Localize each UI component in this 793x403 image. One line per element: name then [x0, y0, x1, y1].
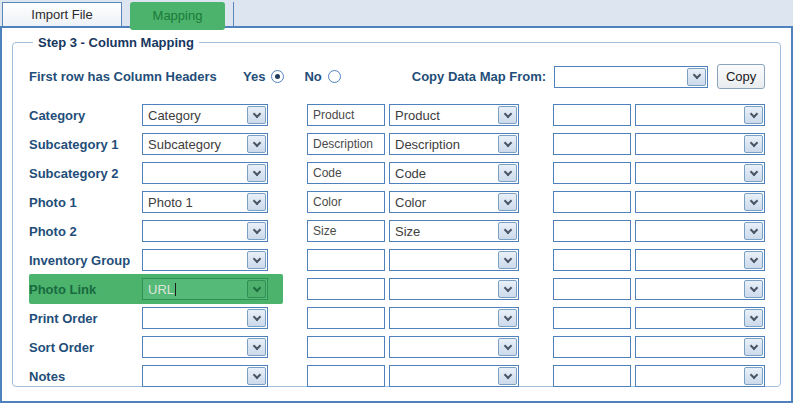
- radio-no[interactable]: [328, 70, 341, 83]
- file-column-value-1: Color: [308, 192, 384, 212]
- chevron-down-icon[interactable]: [744, 106, 763, 124]
- target-field-select-3[interactable]: [635, 249, 765, 271]
- file-column-box-2[interactable]: [553, 220, 631, 242]
- tab-import-file[interactable]: Import File: [2, 2, 122, 26]
- file-column-box-2[interactable]: [553, 249, 631, 271]
- mapping-row: Subcategory 2 Code Code: [29, 162, 780, 184]
- target-field-select-2[interactable]: [389, 249, 519, 271]
- target-field-select-3[interactable]: [635, 336, 765, 358]
- target-field-select-3[interactable]: [635, 307, 765, 329]
- chevron-down-icon[interactable]: [498, 367, 517, 385]
- tab-mapping[interactable]: Mapping: [130, 2, 225, 30]
- step3-fieldset: Step 3 - Column Mapping First row has Co…: [12, 35, 781, 387]
- target-field-select-2[interactable]: Product: [389, 104, 519, 126]
- target-field-select-1[interactable]: [142, 307, 268, 329]
- chevron-down-icon[interactable]: [498, 193, 517, 211]
- chevron-down-icon[interactable]: [247, 106, 266, 124]
- target-field-select-1[interactable]: [142, 249, 268, 271]
- file-column-box-1[interactable]: [307, 365, 385, 387]
- chevron-down-icon[interactable]: [498, 135, 517, 153]
- chevron-down-icon[interactable]: [247, 280, 266, 298]
- file-column-box-2[interactable]: [553, 336, 631, 358]
- target-field-value-2: Code: [390, 166, 498, 181]
- radio-yes[interactable]: [271, 70, 284, 83]
- chevron-down-icon[interactable]: [247, 338, 266, 356]
- target-field-value-2: Description: [390, 137, 498, 152]
- chevron-down-icon[interactable]: [247, 164, 266, 182]
- file-column-box-2[interactable]: [553, 191, 631, 213]
- target-field-select-1[interactable]: Photo 1: [142, 191, 268, 213]
- target-field-select-2[interactable]: Color: [389, 191, 519, 213]
- file-column-box-1[interactable]: [307, 278, 385, 300]
- mapping-row: Sort Order: [29, 336, 780, 358]
- target-field-select-2[interactable]: Size: [389, 220, 519, 242]
- chevron-down-icon[interactable]: [744, 222, 763, 240]
- file-column-box-2[interactable]: [553, 307, 631, 329]
- chevron-down-icon[interactable]: [247, 135, 266, 153]
- target-field-select-2[interactable]: Description: [389, 133, 519, 155]
- target-field-select-1[interactable]: [142, 162, 268, 184]
- chevron-down-icon[interactable]: [744, 280, 763, 298]
- target-field-select-1[interactable]: [142, 220, 268, 242]
- file-column-box-2[interactable]: [553, 162, 631, 184]
- chevron-down-icon[interactable]: [247, 193, 266, 211]
- chevron-down-icon[interactable]: [744, 367, 763, 385]
- file-column-box-1[interactable]: Size: [307, 220, 385, 242]
- target-field-select-2[interactable]: [389, 336, 519, 358]
- chevron-down-icon[interactable]: [498, 309, 517, 327]
- chevron-down-icon[interactable]: [498, 164, 517, 182]
- target-field-select-3[interactable]: [635, 278, 765, 300]
- target-field-select-1[interactable]: Subcategory: [142, 133, 268, 155]
- chevron-down-icon[interactable]: [687, 68, 706, 86]
- chevron-down-icon[interactable]: [498, 106, 517, 124]
- copy-button[interactable]: Copy: [717, 64, 765, 89]
- file-column-box-2[interactable]: [553, 278, 631, 300]
- target-field-select-1[interactable]: [142, 365, 268, 387]
- target-field-select-2[interactable]: Code: [389, 162, 519, 184]
- tab-bar: Import File Mapping: [0, 0, 793, 28]
- file-column-box-1[interactable]: Product: [307, 104, 385, 126]
- target-field-value-1: Category: [143, 108, 247, 123]
- target-field-select-1[interactable]: Category: [142, 104, 268, 126]
- chevron-down-icon[interactable]: [744, 338, 763, 356]
- file-column-value-1: Product: [308, 105, 384, 125]
- chevron-down-icon[interactable]: [744, 164, 763, 182]
- file-column-box-2[interactable]: [553, 104, 631, 126]
- chevron-down-icon[interactable]: [247, 367, 266, 385]
- chevron-down-icon[interactable]: [498, 222, 517, 240]
- chevron-down-icon[interactable]: [744, 251, 763, 269]
- file-column-box-2[interactable]: [553, 133, 631, 155]
- chevron-down-icon[interactable]: [498, 280, 517, 298]
- chevron-down-icon[interactable]: [744, 135, 763, 153]
- file-column-value-1: Description: [308, 134, 384, 154]
- target-field-select-2[interactable]: [389, 365, 519, 387]
- chevron-down-icon[interactable]: [247, 309, 266, 327]
- file-column-box-1[interactable]: [307, 249, 385, 271]
- file-column-box-1[interactable]: Code: [307, 162, 385, 184]
- file-column-box-2[interactable]: [553, 365, 631, 387]
- target-field-select-2[interactable]: [389, 278, 519, 300]
- target-field-select-3[interactable]: [635, 365, 765, 387]
- target-field-select-3[interactable]: [635, 220, 765, 242]
- target-field-select-2[interactable]: [389, 307, 519, 329]
- chevron-down-icon[interactable]: [744, 193, 763, 211]
- target-field-select-3[interactable]: [635, 162, 765, 184]
- target-field-select-3[interactable]: [635, 133, 765, 155]
- file-column-box-1[interactable]: Color: [307, 191, 385, 213]
- row-label: Subcategory 1: [29, 137, 142, 152]
- chevron-down-icon[interactable]: [247, 222, 266, 240]
- file-column-box-1[interactable]: Description: [307, 133, 385, 155]
- file-column-box-1[interactable]: [307, 336, 385, 358]
- copy-data-map-select[interactable]: [554, 66, 708, 88]
- target-field-select-3[interactable]: [635, 104, 765, 126]
- chevron-down-icon[interactable]: [498, 251, 517, 269]
- file-column-box-1[interactable]: [307, 307, 385, 329]
- chevron-down-icon[interactable]: [744, 309, 763, 327]
- row-label: Sort Order: [29, 340, 142, 355]
- chevron-down-icon[interactable]: [247, 251, 266, 269]
- target-field-select-1[interactable]: URL: [142, 278, 268, 300]
- copy-data-map-label: Copy Data Map From:: [412, 69, 546, 84]
- target-field-select-3[interactable]: [635, 191, 765, 213]
- target-field-select-1[interactable]: [142, 336, 268, 358]
- chevron-down-icon[interactable]: [498, 338, 517, 356]
